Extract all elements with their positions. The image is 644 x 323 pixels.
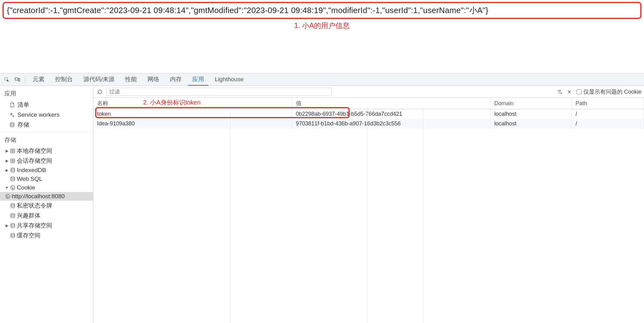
json-response-box: {"creatorId":-1,"gmtCreate":"2023-09-21 … <box>2 2 642 19</box>
json-response-text: {"creatorId":-1,"gmtCreate":"2023-09-21 … <box>7 6 488 15</box>
annotation-1: 1. 小A的用户信息 <box>2 21 642 30</box>
page-content-area: {"creatorId":-1,"gmtCreate":"2023-09-21 … <box>0 0 644 33</box>
